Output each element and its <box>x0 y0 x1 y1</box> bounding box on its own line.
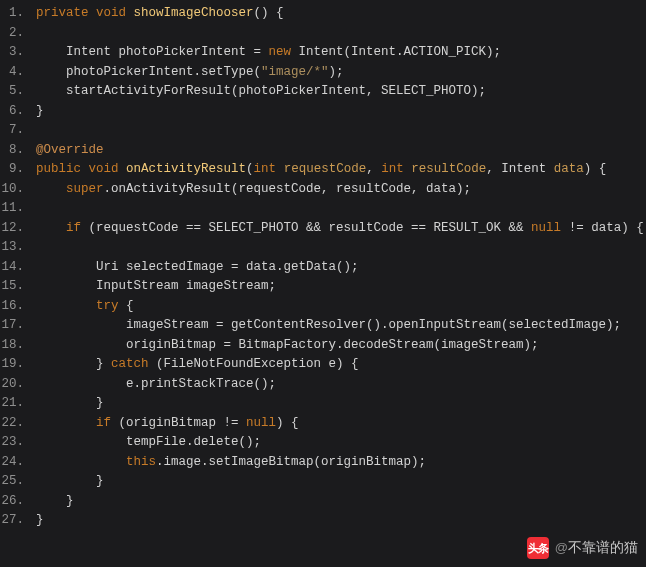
watermark-at: @不靠谱的猫 <box>555 539 638 557</box>
code-token: (FileNotFoundException e) { <box>149 357 359 371</box>
line-number: 14. <box>0 258 24 278</box>
code-token <box>36 416 96 430</box>
line-number: 17. <box>0 316 24 336</box>
line-number: 15. <box>0 277 24 297</box>
code-line: tempFile.delete(); <box>36 433 644 453</box>
watermark: 头条 @不靠谱的猫 <box>527 537 638 559</box>
line-number: 2. <box>0 24 24 44</box>
line-number: 1. <box>0 4 24 24</box>
code-token: { <box>119 299 134 313</box>
code-token: onActivityResult <box>126 162 246 176</box>
code-token: , Intent <box>486 162 554 176</box>
code-token: InputStream imageStream; <box>36 279 276 293</box>
code-line: originBitmap = BitmapFactory.decodeStrea… <box>36 336 644 356</box>
line-number: 9. <box>0 160 24 180</box>
code-token: @Override <box>36 143 104 157</box>
code-token: ); <box>329 65 344 79</box>
code-token: null <box>246 416 276 430</box>
code-token: data <box>554 162 584 176</box>
code-token: void <box>89 162 119 176</box>
code-token <box>119 162 127 176</box>
line-number: 12. <box>0 219 24 239</box>
code-token: e.printStackTrace(); <box>36 377 276 391</box>
code-line: try { <box>36 297 644 317</box>
code-line: } <box>36 102 644 122</box>
code-line: super.onActivityResult(requestCode, resu… <box>36 180 644 200</box>
code-token <box>126 6 134 20</box>
line-number: 26. <box>0 492 24 512</box>
line-number: 27. <box>0 511 24 531</box>
code-token: Uri selectedImage = data.getData(); <box>36 260 359 274</box>
line-number: 25. <box>0 472 24 492</box>
line-number: 20. <box>0 375 24 395</box>
code-token: ) { <box>584 162 607 176</box>
code-line: imageStream = getContentResolver().openI… <box>36 316 644 336</box>
code-token: try <box>96 299 119 313</box>
code-token: Intent photoPickerIntent = <box>36 45 269 59</box>
line-number: 16. <box>0 297 24 317</box>
code-line: } <box>36 511 644 531</box>
code-token: startActivityForResult(photoPickerIntent… <box>36 84 486 98</box>
code-line: } <box>36 472 644 492</box>
code-token: Intent(Intent.ACTION_PICK); <box>291 45 501 59</box>
code-token: resultCode <box>411 162 486 176</box>
code-token: .image.setImageBitmap(originBitmap); <box>156 455 426 469</box>
code-token: super <box>66 182 104 196</box>
code-token <box>36 299 96 313</box>
code-token <box>36 221 66 235</box>
code-line <box>36 24 644 44</box>
code-token <box>36 455 126 469</box>
code-line: public void onActivityResult(int request… <box>36 160 644 180</box>
code-token: } <box>36 513 44 527</box>
code-token: new <box>269 45 292 59</box>
code-line: if (originBitmap != null) { <box>36 414 644 434</box>
line-number: 23. <box>0 433 24 453</box>
line-number-gutter: 1.2.3.4.5.6.7.8.9.10.11.12.13.14.15.16.1… <box>0 4 28 531</box>
code-token: "image/*" <box>261 65 329 79</box>
code-line: @Override <box>36 141 644 161</box>
line-number: 13. <box>0 238 24 258</box>
code-token <box>36 182 66 196</box>
code-token: ) { <box>276 416 299 430</box>
code-line: } <box>36 492 644 512</box>
code-token: () { <box>254 6 284 20</box>
code-token <box>276 162 284 176</box>
code-line: } catch (FileNotFoundException e) { <box>36 355 644 375</box>
code-token: tempFile.delete(); <box>36 435 261 449</box>
line-number: 3. <box>0 43 24 63</box>
code-line <box>36 238 644 258</box>
code-token: photoPickerIntent.setType( <box>36 65 261 79</box>
code-token: requestCode <box>284 162 367 176</box>
code-token: } <box>36 396 104 410</box>
line-number: 24. <box>0 453 24 473</box>
line-number: 10. <box>0 180 24 200</box>
code-line: InputStream imageStream; <box>36 277 644 297</box>
line-number: 22. <box>0 414 24 434</box>
watermark-author: 不靠谱的猫 <box>568 539 638 555</box>
line-number: 21. <box>0 394 24 414</box>
code-line: private void showImageChooser() { <box>36 4 644 24</box>
code-line <box>36 121 644 141</box>
code-token: public <box>36 162 81 176</box>
line-number: 8. <box>0 141 24 161</box>
code-token <box>81 162 89 176</box>
code-line: if (requestCode == SELECT_PHOTO && resul… <box>36 219 644 239</box>
line-number: 5. <box>0 82 24 102</box>
code-token: void <box>96 6 126 20</box>
code-token: (originBitmap != <box>111 416 246 430</box>
code-token: null <box>531 221 561 235</box>
code-line: } <box>36 394 644 414</box>
code-token: catch <box>111 357 149 371</box>
code-token: (requestCode == SELECT_PHOTO && resultCo… <box>81 221 531 235</box>
code-token: != data) { <box>561 221 644 235</box>
line-number: 4. <box>0 63 24 83</box>
code-token: private <box>36 6 89 20</box>
code-line: this.image.setImageBitmap(originBitmap); <box>36 453 644 473</box>
code-token: } <box>36 474 104 488</box>
code-token: if <box>66 221 81 235</box>
code-token: .onActivityResult(requestCode, resultCod… <box>104 182 472 196</box>
code-line: Uri selectedImage = data.getData(); <box>36 258 644 278</box>
code-token: showImageChooser <box>134 6 254 20</box>
line-number: 19. <box>0 355 24 375</box>
code-token: originBitmap = BitmapFactory.decodeStrea… <box>36 338 539 352</box>
